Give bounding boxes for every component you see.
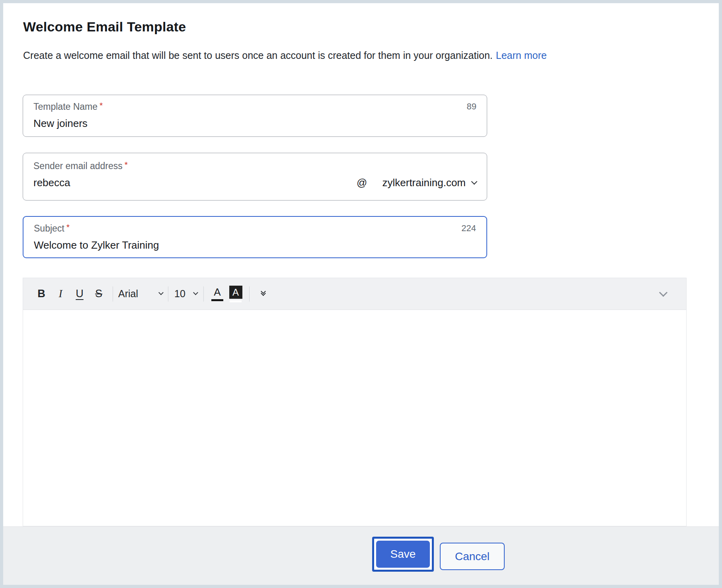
toolbar-divider xyxy=(203,286,204,302)
required-asterisk: * xyxy=(100,101,103,110)
template-name-char-count: 89 xyxy=(467,101,476,112)
font-size-dropdown[interactable]: 10 xyxy=(174,288,197,300)
chevron-down-icon xyxy=(158,290,164,295)
subject-label: Subject* xyxy=(34,223,70,234)
save-button[interactable]: Save xyxy=(376,541,430,568)
subject-char-count: 224 xyxy=(461,223,476,234)
toolbar-divider xyxy=(249,286,250,302)
template-name-input[interactable] xyxy=(33,117,476,130)
toolbar-divider xyxy=(113,286,113,302)
highlight-color-button[interactable]: A xyxy=(226,286,245,302)
sender-email-label: Sender email address* xyxy=(33,161,128,171)
chevron-down-icon xyxy=(193,290,198,295)
domain-value: zylkertraining.com xyxy=(382,177,466,189)
template-name-label: Template Name* xyxy=(33,101,103,112)
strikethrough-button[interactable]: S xyxy=(89,288,108,300)
font-family-dropdown[interactable]: Arial xyxy=(118,288,163,300)
italic-button[interactable]: I xyxy=(51,288,70,300)
editor-toolbar: B I U S Arial 10 A A xyxy=(23,278,686,310)
sender-email-input[interactable] xyxy=(33,177,357,189)
font-family-value: Arial xyxy=(118,288,138,300)
subject-field[interactable]: Subject* 224 xyxy=(23,216,487,258)
page-description: Create a welcome email that will be sent… xyxy=(23,49,547,62)
toolbar-divider xyxy=(168,286,168,302)
required-asterisk: * xyxy=(66,222,70,232)
sender-domain-group: @ zylkertraining.com xyxy=(357,177,476,189)
more-formatting-button[interactable] xyxy=(254,292,272,295)
template-name-label-text: Template Name xyxy=(33,101,98,112)
chevron-down-icon xyxy=(659,288,667,296)
required-asterisk: * xyxy=(125,160,128,169)
subject-input[interactable] xyxy=(34,239,476,251)
subject-label-text: Subject xyxy=(34,223,64,234)
domain-selector[interactable]: zylkertraining.com xyxy=(382,177,476,189)
template-name-field[interactable]: Template Name* 89 xyxy=(23,95,487,137)
highlight-color-swatch xyxy=(230,300,242,302)
learn-more-link[interactable]: Learn more xyxy=(496,50,547,61)
footer-bar xyxy=(3,526,719,585)
bold-button[interactable]: B xyxy=(32,288,51,300)
sender-email-field[interactable]: Sender email address* @ zylkertraining.c… xyxy=(23,153,487,201)
font-size-value: 10 xyxy=(174,288,185,300)
sender-email-label-text: Sender email address xyxy=(33,161,123,171)
font-color-button[interactable]: A xyxy=(208,286,226,301)
toolbar-collapse-button[interactable] xyxy=(651,292,675,296)
save-button-focus-ring: Save xyxy=(372,537,434,572)
page-description-text: Create a welcome email that will be sent… xyxy=(23,50,493,61)
cancel-button[interactable]: Cancel xyxy=(440,543,505,570)
font-color-swatch xyxy=(211,299,223,301)
highlight-color-icon: A xyxy=(229,286,242,299)
chevron-down-icon xyxy=(471,178,478,185)
email-body-input[interactable] xyxy=(23,310,686,526)
at-symbol: @ xyxy=(357,177,367,189)
font-color-letter: A xyxy=(214,286,221,298)
email-body-editor: B I U S Arial 10 A A xyxy=(23,278,687,526)
page-title: Welcome Email Template xyxy=(23,19,186,35)
underline-button[interactable]: U xyxy=(70,288,89,300)
